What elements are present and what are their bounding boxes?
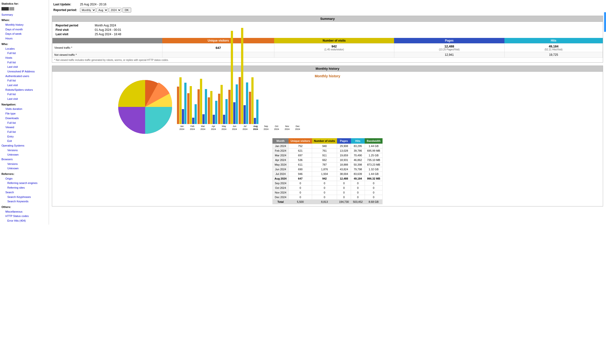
table-row-visits: 0 bbox=[312, 186, 337, 190]
sidebar-downloads-full-list[interactable]: Full list bbox=[1, 121, 47, 125]
unique-visitors-header: Unique visitors bbox=[162, 38, 274, 44]
table-row-unique: 611 bbox=[289, 162, 312, 167]
bar-3-3 bbox=[215, 101, 217, 124]
table-row-hits: 39,786 bbox=[351, 148, 365, 153]
sidebar-unresolved-ip[interactable]: Unresolved IP Address bbox=[1, 69, 47, 74]
sidebar-robots[interactable]: Robots/Spiders visitors bbox=[1, 88, 47, 92]
total-bandwidth: 8.68 GB bbox=[365, 200, 382, 204]
chart-title: Monthly history bbox=[54, 74, 600, 78]
summary-info: Reported period Month Aug 2024 First vis… bbox=[52, 22, 603, 38]
chart-area: Monthly history bbox=[52, 72, 603, 136]
sidebar-locales[interactable]: Locales bbox=[1, 46, 47, 51]
bar-label-1: Feb2024 bbox=[187, 125, 197, 131]
sidebar-referring-sites[interactable]: Referring sites bbox=[1, 185, 47, 190]
period-select[interactable]: Monthly Weekly Daily bbox=[80, 8, 96, 12]
sidebar-hosts-full-list[interactable]: Full list bbox=[1, 60, 47, 65]
sidebar-who-header: Who: bbox=[1, 42, 47, 46]
sidebar-navigation-header: Navigation: bbox=[1, 102, 47, 107]
bar-label-0: Jan2024 bbox=[177, 125, 187, 131]
sidebar-locales-full-list[interactable]: Full list bbox=[1, 51, 47, 55]
sidebar-browsers-unknown[interactable]: Unknown bbox=[1, 166, 47, 171]
sidebar-miscellaneous[interactable]: Miscellaneous bbox=[1, 209, 47, 214]
visits-col-header: Number of visits bbox=[312, 138, 337, 144]
sidebar-viewed-full-list[interactable]: Full list bbox=[1, 130, 47, 134]
bar-labels: Jan2024Feb2024Mar2024Apr2024May2024Jun20… bbox=[177, 125, 303, 131]
sidebar-search-keyphrases[interactable]: Search Keyphrases bbox=[1, 195, 47, 199]
summary-section: Summary Reported period Month Aug 2024 F… bbox=[52, 16, 603, 63]
table-row-pages: 0 bbox=[337, 186, 351, 190]
table-row-unique: 690 bbox=[289, 167, 312, 172]
sidebar-exit[interactable]: Exit bbox=[1, 139, 47, 143]
sidebar-browsers-versions[interactable]: Versions bbox=[1, 162, 47, 166]
table-row-month: Dec 2024 bbox=[272, 195, 289, 200]
table-row-month: Oct 2024 bbox=[272, 186, 289, 190]
total-hits: 503,452 bbox=[351, 200, 365, 204]
sidebar-visits-duration[interactable]: Visits duration bbox=[1, 107, 47, 111]
sidebar-auth-last-visit[interactable]: Last visit bbox=[1, 83, 47, 88]
sidebar-origin[interactable]: Origin bbox=[1, 176, 47, 181]
pages-sub: (13.25 Pages/Visit) bbox=[396, 48, 502, 51]
sidebar-hosts[interactable]: Hosts bbox=[1, 55, 47, 60]
hits-val: 49,184 bbox=[507, 45, 601, 48]
sidebar-downloads[interactable]: Downloads bbox=[1, 116, 47, 121]
sidebar-robots-full-list[interactable]: Full list bbox=[1, 92, 47, 97]
sidebar-os-versions[interactable]: Versions bbox=[1, 148, 47, 153]
sidebar-http-status-codes[interactable]: HTTP Status codes bbox=[1, 214, 47, 219]
table-row-month: Mar 2024 bbox=[272, 153, 289, 158]
year-select[interactable]: 2022202320242025 bbox=[109, 8, 121, 12]
table-row-hits: 46,862 bbox=[351, 158, 365, 162]
sidebar-search-keywords[interactable]: Search Keywords bbox=[1, 199, 47, 204]
sidebar-summary[interactable]: Summary bbox=[1, 13, 47, 17]
total-visits: 8,813 bbox=[312, 200, 337, 204]
bar-label-8: Sep2024 bbox=[261, 125, 271, 131]
top-bar-table: Last Update: 25 Aug 2024 - 20:16 Reporte… bbox=[52, 2, 133, 13]
sidebar-auth-users[interactable]: Authenticated users bbox=[1, 74, 47, 78]
sidebar-viewed[interactable]: Viewed bbox=[1, 125, 47, 130]
sidebar-when-header: When: bbox=[1, 18, 47, 23]
ok-button[interactable]: OK bbox=[122, 8, 131, 13]
sidebar-file-type[interactable]: File type bbox=[1, 111, 47, 116]
table-row-pages: 0 bbox=[337, 195, 351, 200]
month-select[interactable]: JanFebMarApr MayJunJulAug SepOctNovDec bbox=[97, 8, 108, 12]
bar-3-0 bbox=[208, 97, 210, 124]
bar-7-3 bbox=[256, 100, 258, 124]
sidebar-error-hits[interactable]: Error Hits (404) bbox=[1, 219, 47, 223]
sidebar-auth-full-list[interactable]: Full list bbox=[1, 78, 47, 83]
sidebar-os-unknown[interactable]: Unknown bbox=[1, 152, 47, 157]
sidebar-days-of-week[interactable]: Days of week bbox=[1, 32, 47, 36]
sidebar-browsers[interactable]: Browsers bbox=[1, 157, 47, 162]
bar-4-3 bbox=[225, 99, 228, 124]
bar-5-1 bbox=[231, 31, 233, 124]
stats-for-label: Statistics for: bbox=[1, 1, 47, 6]
table-row-bandwidth: 1.44 GB bbox=[365, 172, 382, 176]
sidebar-entry[interactable]: Entry bbox=[1, 134, 47, 139]
reported-period-row-value: Month Aug 2024 bbox=[94, 23, 122, 28]
hits-col-header: Hits bbox=[351, 138, 365, 144]
bar-1-2 bbox=[192, 118, 194, 124]
empty-header-cell bbox=[52, 38, 162, 44]
sidebar-robots-last-visit[interactable]: Last visit bbox=[1, 97, 47, 101]
table-row-hits: 79,798 bbox=[351, 167, 365, 172]
scroll-indicator[interactable] bbox=[604, 12, 606, 32]
bar-6-0 bbox=[239, 77, 241, 124]
summary-stats-table: Unique visitors Number of visits Pages H… bbox=[52, 38, 603, 58]
sidebar-os[interactable]: Operating Systems bbox=[1, 143, 47, 148]
sidebar-hours[interactable]: Hours bbox=[1, 36, 47, 41]
visits-val: 942 bbox=[276, 45, 392, 48]
sidebar-monthly-history[interactable]: Monthly history bbox=[1, 23, 47, 27]
bar-group-2 bbox=[198, 79, 207, 124]
bar-2-3 bbox=[205, 89, 207, 124]
table-row-visits: 942 bbox=[312, 176, 337, 181]
sidebar-hosts-last-visit[interactable]: Last visit bbox=[1, 65, 47, 69]
pie-chart-svg bbox=[118, 80, 172, 134]
table-row-hits: 50,398 bbox=[351, 162, 365, 167]
table-row-unique: 0 bbox=[289, 195, 312, 200]
bar-0-3 bbox=[184, 83, 186, 124]
monthly-history-title: Monthly history bbox=[52, 66, 603, 72]
table-row-month: Jan 2024 bbox=[272, 144, 289, 148]
bar-3-1 bbox=[210, 91, 212, 124]
bar-group-3 bbox=[208, 91, 217, 124]
sidebar-referring-search-engines[interactable]: Referring search engines bbox=[1, 181, 47, 185]
sidebar-days-of-month[interactable]: Days of month bbox=[1, 27, 47, 32]
sidebar-search[interactable]: Search bbox=[1, 190, 47, 195]
